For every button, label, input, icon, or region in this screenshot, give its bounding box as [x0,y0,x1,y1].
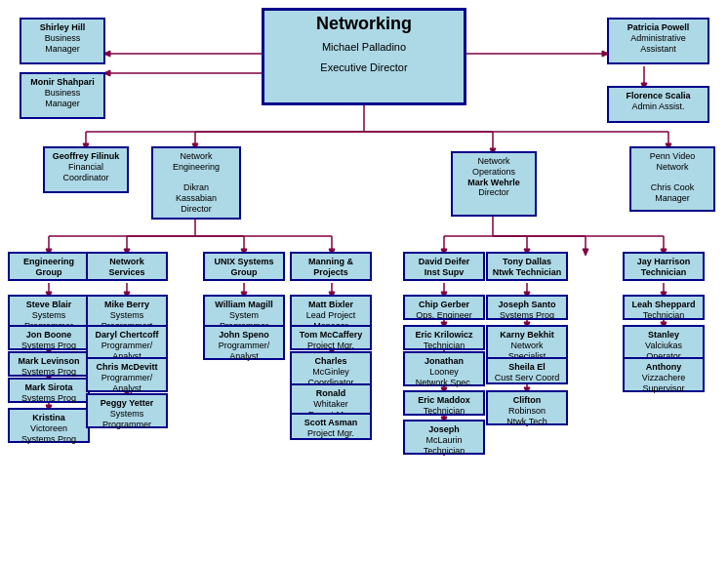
patricia-name: Patricia Powell [627,22,690,32]
jay-harrison-box: Jay Harrison Technician [623,252,705,281]
stanley-valciukas-box: Stanley Valciukas Operator [623,325,705,360]
unix-systems-box: UNIX Systems Group [203,252,285,281]
john-speno-box: John Speno Programmer/ Analyst [203,325,285,360]
florence-name: Florence Scalia [626,91,690,100]
network-engineering-box: Network Engineering Dikran Kassabian Dir… [151,146,241,220]
joseph-santo-box: Joseph Santo Systems Prog [486,295,568,320]
tony-dallas-box: Tony Dallas Ntwk Technician [486,252,568,281]
eric-krilowicz-box: Eric Krilowicz Technician [403,325,485,350]
scott-asman-box: Scott Asman Project Mgr. [290,413,372,440]
director-name: Michael Palladino [322,41,406,53]
manning-projects-box: Manning & Projects [290,252,372,281]
karny-bekhit-box: Karny Bekhit Network Specialist [486,325,568,360]
penn-video-box: Penn Video Network Chris Cook Manager [629,146,715,212]
director-title: Executive Director [320,61,407,73]
geoffrey-name: Geoffrey Filinuk [53,151,120,161]
engineering-group-box: Engineering Group [8,252,90,281]
org-chart: Networking Michael Palladino Executive D… [0,0,728,16]
mark-sirota-box: Mark Sirota Systems Prog [8,378,90,403]
david-deifer-box: David Deifer Inst Supv [403,252,485,281]
kristina-victoreen-box: Kristina Victoreen Systems Prog [8,408,90,443]
mark-levinson-box: Mark Levinson Systems Prog [8,351,90,377]
eric-maddox-box: Eric Maddox Technician [403,390,485,416]
geoffrey-filinuk-box: Geoffrey Filinuk Financial Coordinator [43,146,129,193]
leah-sheppard-box: Leah Sheppard Technician [623,295,705,320]
anthony-vizzachere-box: Anthony Vizzachere Supervisor [623,357,705,392]
org-title: Networking [316,14,412,33]
svg-marker-77 [583,249,588,256]
network-operations-box: Network Operations Mark Wehrle Director [451,151,537,217]
jon-boone-box: Jon Boone Systems Prog [8,325,90,350]
charles-mcginley-box: Charles McGinley Coordinator [290,351,372,386]
sheila-el-box: Sheila El Cust Serv Coord [486,357,568,384]
daryl-chertcoff-box: Daryl Chertcoff Programmer/ Analyst [86,325,168,360]
main-title-box: Networking Michael Palladino Executive D… [262,8,466,105]
monir-name: Monir Shahpari [30,77,95,87]
patricia-powell-box: Patricia Powell Administrative Assistant [607,18,709,64]
tom-mccaffery-box: Tom McCaffery Project Mgr. [290,325,372,350]
jonathan-looney-box: Jonathan Looney Network Spec. [403,351,485,386]
shirley-hill-box: Shirley Hill Business Manager [20,18,105,64]
shirley-hill-name: Shirley Hill [40,22,86,32]
peggy-yetter-box: Peggy Yetter Systems Programmer [86,393,168,428]
clifton-robinson-box: Clifton Robinson Ntwk Tech [486,390,568,425]
monir-shahpari-box: Monir Shahpari Business Manager [20,72,105,119]
chris-mcdevitt-box: Chris McDevitt Programmer/ Analyst [86,357,168,392]
florence-scalia-box: Florence Scalia Admin Assist. [607,86,709,123]
chip-gerber-box: Chip Gerber Ops, Engineer [403,295,485,320]
network-services-box: Network Services [86,252,168,281]
joseph-mclaurin-box: Joseph McLaurin Technician [403,420,485,455]
